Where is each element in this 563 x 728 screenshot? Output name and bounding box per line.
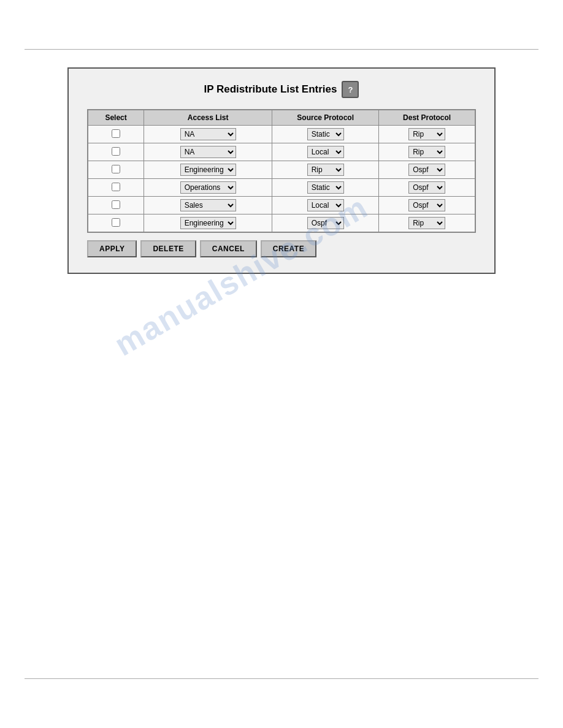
source-protocol-cell-5: StaticLocalRipOspf bbox=[272, 197, 379, 214]
access-list-cell-2: NAEngineeringOperationsSales bbox=[144, 143, 272, 161]
table-row: NAEngineeringOperationsSalesStaticLocalR… bbox=[88, 143, 475, 161]
access-list-cell-6: NAEngineeringOperationsSales bbox=[144, 214, 272, 232]
row-checkbox-6[interactable] bbox=[112, 218, 120, 227]
source-protocol-select-3[interactable]: StaticLocalRipOspf bbox=[307, 164, 344, 176]
source-protocol-cell-4: StaticLocalRipOspf bbox=[272, 179, 379, 197]
dest-protocol-select-3[interactable]: RipOspfStaticLocal bbox=[408, 164, 445, 176]
dest-protocol-select-5[interactable]: RipOspfStaticLocal bbox=[408, 199, 445, 211]
source-protocol-select-6[interactable]: StaticLocalRipOspf bbox=[307, 217, 344, 229]
table-row: NAEngineeringOperationsSalesStaticLocalR… bbox=[88, 161, 475, 179]
apply-button[interactable]: APPLY bbox=[87, 240, 137, 257]
header-select: Select bbox=[88, 110, 144, 126]
top-rule bbox=[25, 49, 538, 50]
dest-protocol-cell-2: RipOspfStaticLocal bbox=[379, 143, 475, 161]
page-title: IP Redistribute List Entries bbox=[204, 83, 337, 96]
source-protocol-cell-2: StaticLocalRipOspf bbox=[272, 143, 379, 161]
table-row: NAEngineeringOperationsSalesStaticLocalR… bbox=[88, 126, 475, 143]
source-protocol-cell-1: StaticLocalRipOspf bbox=[272, 126, 379, 143]
cancel-button[interactable]: CANCEL bbox=[200, 240, 257, 257]
source-protocol-select-5[interactable]: StaticLocalRipOspf bbox=[307, 199, 344, 211]
redistribute-table: Select Access List Source Protocol Dest … bbox=[88, 110, 475, 232]
delete-button[interactable]: DELETE bbox=[140, 240, 196, 257]
access-list-cell-1: NAEngineeringOperationsSales bbox=[144, 126, 272, 143]
select-cell-6 bbox=[88, 214, 144, 232]
select-cell-1 bbox=[88, 126, 144, 143]
table-row: NAEngineeringOperationsSalesStaticLocalR… bbox=[88, 197, 475, 214]
row-checkbox-3[interactable] bbox=[112, 165, 120, 173]
row-checkbox-2[interactable] bbox=[112, 147, 120, 156]
button-row: APPLY DELETE CANCEL CREATE bbox=[87, 240, 476, 257]
access-list-cell-5: NAEngineeringOperationsSales bbox=[144, 197, 272, 214]
row-checkbox-4[interactable] bbox=[112, 183, 120, 191]
dest-protocol-select-1[interactable]: RipOspfStaticLocal bbox=[408, 128, 445, 140]
access-list-select-3[interactable]: NAEngineeringOperationsSales bbox=[180, 164, 236, 176]
dest-protocol-select-6[interactable]: RipOspfStaticLocal bbox=[408, 217, 445, 229]
bottom-rule bbox=[25, 678, 538, 679]
table-row: NAEngineeringOperationsSalesStaticLocalR… bbox=[88, 214, 475, 232]
access-list-select-1[interactable]: NAEngineeringOperationsSales bbox=[180, 128, 236, 140]
row-checkbox-1[interactable] bbox=[112, 129, 120, 138]
dest-protocol-cell-5: RipOspfStaticLocal bbox=[379, 197, 475, 214]
source-protocol-cell-3: StaticLocalRipOspf bbox=[272, 161, 379, 179]
main-panel: IP Redistribute List Entries ? Select Ac… bbox=[67, 67, 496, 274]
access-list-select-6[interactable]: NAEngineeringOperationsSales bbox=[180, 217, 236, 229]
header-access-list: Access List bbox=[144, 110, 272, 126]
create-button[interactable]: CREATE bbox=[261, 240, 316, 257]
dest-protocol-select-4[interactable]: RipOspfStaticLocal bbox=[408, 181, 445, 194]
select-cell-3 bbox=[88, 161, 144, 179]
access-list-select-4[interactable]: NAEngineeringOperationsSales bbox=[180, 181, 236, 194]
access-list-select-2[interactable]: NAEngineeringOperationsSales bbox=[180, 146, 236, 158]
dest-protocol-select-2[interactable]: RipOspfStaticLocal bbox=[408, 146, 445, 158]
select-cell-4 bbox=[88, 179, 144, 197]
source-protocol-select-4[interactable]: StaticLocalRipOspf bbox=[307, 181, 344, 194]
select-cell-2 bbox=[88, 143, 144, 161]
access-list-select-5[interactable]: NAEngineeringOperationsSales bbox=[180, 199, 236, 211]
help-label: ? bbox=[348, 85, 353, 94]
row-checkbox-5[interactable] bbox=[112, 200, 120, 209]
header-dest-protocol: Dest Protocol bbox=[379, 110, 475, 126]
table-header-row: Select Access List Source Protocol Dest … bbox=[88, 110, 475, 126]
access-list-cell-4: NAEngineeringOperationsSales bbox=[144, 179, 272, 197]
table-wrapper: Select Access List Source Protocol Dest … bbox=[87, 109, 476, 233]
dest-protocol-cell-4: RipOspfStaticLocal bbox=[379, 179, 475, 197]
source-protocol-select-2[interactable]: StaticLocalRipOspf bbox=[307, 146, 344, 158]
select-cell-5 bbox=[88, 197, 144, 214]
source-protocol-cell-6: StaticLocalRipOspf bbox=[272, 214, 379, 232]
dest-protocol-cell-1: RipOspfStaticLocal bbox=[379, 126, 475, 143]
dest-protocol-cell-3: RipOspfStaticLocal bbox=[379, 161, 475, 179]
source-protocol-select-1[interactable]: StaticLocalRipOspf bbox=[307, 128, 344, 140]
title-row: IP Redistribute List Entries ? bbox=[87, 81, 476, 98]
access-list-cell-3: NAEngineeringOperationsSales bbox=[144, 161, 272, 179]
header-source-protocol: Source Protocol bbox=[272, 110, 379, 126]
help-icon[interactable]: ? bbox=[342, 81, 359, 98]
table-row: NAEngineeringOperationsSalesStaticLocalR… bbox=[88, 179, 475, 197]
dest-protocol-cell-6: RipOspfStaticLocal bbox=[379, 214, 475, 232]
